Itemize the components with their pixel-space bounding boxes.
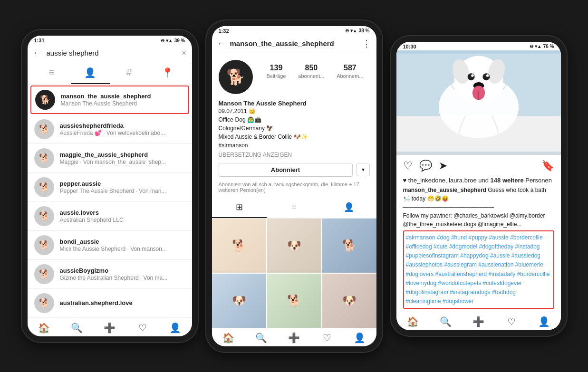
nav-add-1[interactable]: ➕ (93, 322, 126, 334)
tab-grid[interactable]: ⊞ (212, 197, 267, 218)
share-button[interactable]: ➤ (439, 160, 447, 172)
profile-bio: Manson The Aussie Shepherd 09.07.2011 👑 … (212, 98, 376, 163)
user-info-manson: manson_the_aussie_shepherd Manson The Au… (61, 93, 151, 107)
nav-search-1[interactable]: 🔍 (60, 322, 93, 334)
caption-username: manson_the_aussie_shepherd (403, 187, 486, 193)
nav-profile-2[interactable]: 👤 (343, 332, 376, 343)
search-results-list: 🐕 manson_the_aussie_shepherd Manson The … (28, 85, 192, 318)
stat-posts[interactable]: 139 Beiträge (266, 64, 286, 79)
nav-add-3[interactable]: ➕ (462, 316, 495, 327)
bottom-nav-1: 🏠 🔍 ➕ ♡ 👤 (28, 318, 192, 336)
photo-cell-1[interactable]: 🐕 (212, 219, 266, 273)
photo-4: 🐶 (212, 274, 266, 328)
avatar-gizmo: 🐕 (34, 264, 54, 284)
user-info-5: bondi_aussie Mick the Aussie Shepherd · … (60, 238, 167, 252)
post-image (396, 50, 561, 155)
fullname-5: Mick the Aussie Shepherd · Von manson... (60, 246, 167, 252)
phone-3-screen: 10:30 ⊖ ▾▲ 76 % (396, 42, 561, 331)
clear-search-button[interactable]: × (182, 49, 186, 57)
fullname-3: Pepper The Aussie Shepherd · Von man... (60, 188, 166, 194)
nav-profile-3[interactable]: 👤 (528, 316, 560, 327)
avatar-maggie: 🐕 (34, 148, 54, 168)
photo-cell-5[interactable]: 🐕 (267, 274, 321, 328)
post-likes: ♥ the_inkedone, laura.broe und 148 weite… (396, 177, 561, 186)
posts-count: 139 (266, 64, 286, 72)
following-label: Abonnem... (337, 73, 363, 79)
filter-tab-location[interactable]: 📍 (148, 62, 187, 84)
status-time-3: 10:30 (403, 44, 416, 49)
nav-home-1[interactable]: 🏠 (28, 322, 60, 334)
username-manson: manson_the_aussie_shepherd (61, 93, 151, 100)
comment-button[interactable]: 💬 (419, 160, 432, 172)
back-button-1[interactable]: ← (33, 48, 42, 58)
nav-search-2[interactable]: 🔍 (245, 332, 278, 343)
tab-tagged[interactable]: 👤 (321, 197, 376, 218)
follow-dropdown[interactable]: ▾ (357, 163, 370, 176)
like-button[interactable]: ♡ (403, 160, 413, 172)
profile-info-row: 🐕 139 Beiträge 850 abonnent... 587 Abonn… (212, 53, 376, 98)
search-result-4[interactable]: 🐕 aussie.lovers Australian Shepherd LLC (28, 202, 192, 231)
caption-follow: Follow my pawtner: @charles_barktowski @… (403, 211, 554, 229)
bottom-nav-3: 🏠 🔍 ➕ ♡ 👤 (396, 312, 561, 330)
username-2: maggie_the_aussie_shepherd (60, 151, 166, 158)
photo-grid: 🐕 🐶 🐕 🐶 🐕 🐶 (212, 219, 376, 328)
search-result-3[interactable]: 🐕 pepper.aussie Pepper The Aussie Shephe… (28, 173, 192, 202)
follow-button[interactable]: Abonniert (219, 163, 353, 177)
profile-username-title: manson_the_aussie_shepherd (230, 39, 357, 48)
photo-cell-3[interactable]: 🐕 (322, 219, 376, 273)
search-result-6[interactable]: 🐕 aussieBoygizmo Gizmo the Australian Sh… (28, 260, 192, 289)
status-time-2: 1:32 (219, 28, 229, 34)
photo-cell-2[interactable]: 🐶 (267, 219, 321, 273)
bookmark-button[interactable]: 🔖 (541, 160, 554, 172)
status-icons-3: ⊖ ▾▲ 76 % (530, 44, 554, 49)
search-header: ← aussie shepherd × (28, 44, 192, 62)
nav-likes-1[interactable]: ♡ (126, 322, 159, 334)
bio-line-1: Office-Dog 🙆‍♂️📠 (219, 115, 370, 124)
svg-point-8 (471, 74, 474, 77)
bio-line-4: #sirmanson (219, 141, 370, 150)
status-icons-1: ⊖ ▾▲ 39 % (161, 38, 185, 43)
username-4: aussie.lovers (60, 209, 124, 216)
more-options-icon[interactable]: ⋮ (362, 38, 371, 49)
nav-home-3[interactable]: 🏠 (396, 316, 429, 327)
battery-2: 38 % (359, 28, 370, 33)
avatar-pepper: 🐕 (34, 177, 54, 197)
photo-cell-6[interactable]: 🐶 (322, 274, 376, 328)
following-count: 587 (337, 64, 363, 72)
user-info-4: aussie.lovers Australian Shepherd LLC (60, 209, 124, 223)
posts-label: Beiträge (266, 73, 286, 79)
filter-tab-people[interactable]: 👤 (71, 62, 110, 84)
wifi-icon-3: ▾▲ (535, 44, 542, 49)
search-result-7[interactable]: 🐕 australian.shepherd.love (28, 289, 192, 318)
profile-stats: 139 Beiträge 850 abonnent... 587 Abonnem… (260, 60, 370, 79)
nav-home-2[interactable]: 🏠 (212, 332, 245, 343)
username-1: aussieshepherdfrieda (60, 122, 165, 129)
photo-cell-4[interactable]: 🐶 (212, 274, 266, 328)
search-result-5[interactable]: 🐕 bondi_aussie Mick the Aussie Shepherd … (28, 231, 192, 260)
signal-icon-1: ⊖ (161, 38, 164, 43)
search-result-2[interactable]: 🐕 maggie_the_aussie_shepherd Maggie · Vo… (28, 144, 192, 173)
user-info-1: aussieshepherdfrieda AussieFrieda 💕 · Vo… (60, 122, 165, 136)
translate-link[interactable]: ÜBERSETZUNG ANZEIGEN (219, 152, 370, 158)
profile-avatar: 🐕 (219, 60, 253, 94)
nav-profile-1[interactable]: 👤 (159, 322, 192, 334)
fullname-4: Australian Shepherd LLC (60, 217, 124, 223)
back-button-2[interactable]: ← (218, 39, 225, 48)
phone-1-screen: 1:31 ⊖ ▾▲ 39 % ← aussie shepherd × ≡ 👤 #… (28, 36, 192, 336)
stat-followers[interactable]: 850 abonnent... (298, 64, 324, 79)
wifi-icon-2: ▾▲ (350, 28, 357, 33)
tab-list[interactable]: ≡ (267, 197, 321, 218)
nav-likes-2[interactable]: ♡ (310, 332, 343, 343)
search-result-1[interactable]: 🐕 aussieshepherdfrieda AussieFrieda 💕 · … (28, 115, 192, 144)
stat-following[interactable]: 587 Abonnem... (337, 64, 363, 79)
nav-add-2[interactable]: ➕ (278, 332, 310, 343)
phone-2-screen: 1:32 ⊖ ▾▲ 38 % ← manson_the_aussie_sheph… (212, 26, 376, 346)
search-query[interactable]: aussie shepherd (47, 49, 177, 57)
status-bar-1: 1:31 ⊖ ▾▲ 39 % (28, 36, 192, 44)
filter-tab-all[interactable]: ≡ (32, 62, 71, 84)
filter-tab-hashtag[interactable]: # (110, 62, 149, 84)
nav-likes-3[interactable]: ♡ (495, 316, 528, 327)
nav-search-3[interactable]: 🔍 (429, 316, 462, 327)
search-result-highlighted[interactable]: 🐕 manson_the_aussie_shepherd Manson The … (30, 86, 189, 114)
phone-3: 10:30 ⊖ ▾▲ 76 % (391, 36, 567, 336)
